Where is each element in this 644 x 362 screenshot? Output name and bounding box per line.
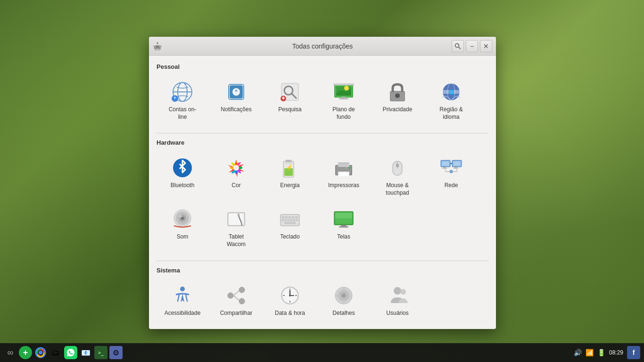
contas-item[interactable]: * Contas on-line — [157, 76, 208, 125]
section-pessoal: Pessoal * Co — [157, 63, 488, 125]
detalhes-icon — [332, 284, 355, 307]
svg-rect-54 — [442, 161, 449, 166]
svg-rect-58 — [453, 161, 461, 166]
plano-fundo-item[interactable]: Plano defundo — [318, 76, 370, 125]
svg-rect-25 — [339, 98, 348, 99]
regiao-label: Região &idioma — [439, 106, 462, 121]
settings-window: Todas configurações − ✕ Pessoal — [149, 37, 496, 329]
contas-label: Contas on-line — [169, 106, 197, 121]
section-title-sistema: Sistema — [157, 267, 488, 274]
compartilhar-item[interactable]: Compartilhar — [210, 280, 262, 322]
svg-text:*: * — [235, 89, 238, 95]
svg-rect-29 — [396, 96, 398, 98]
bluetooth-label: Bluetooth — [171, 182, 195, 189]
notificacoes-item[interactable]: * Notificações — [210, 76, 262, 125]
cor-item[interactable]: Cor — [210, 152, 262, 201]
taskbar-files-icon[interactable]: 🗂 — [49, 346, 62, 359]
cor-icon — [225, 156, 248, 179]
notificacoes-label: Notificações — [221, 106, 251, 114]
taskbar-chrome-icon[interactable] — [34, 346, 47, 359]
search-button[interactable] — [452, 40, 464, 52]
svg-point-71 — [182, 217, 183, 219]
plano-fundo-icon — [332, 81, 355, 103]
svg-rect-60 — [454, 168, 458, 169]
taskbar-facebook-icon[interactable]: f — [627, 346, 640, 359]
svg-rect-38 — [286, 160, 291, 162]
taskbar-whatsapp-icon[interactable] — [64, 346, 77, 359]
taskbar-volume-icon[interactable]: 🔊 — [574, 349, 582, 356]
svg-point-119 — [394, 287, 401, 295]
svg-rect-95 — [335, 213, 352, 218]
section-title-pessoal: Pessoal — [157, 63, 488, 70]
close-button[interactable]: ✕ — [480, 40, 492, 52]
pesquisa-label: Pesquisa — [278, 106, 301, 114]
taskbar-battery-icon[interactable]: 🔋 — [597, 349, 605, 356]
mouse-icon — [386, 156, 409, 179]
acessibilidade-icon — [171, 284, 194, 307]
svg-point-120 — [400, 289, 406, 295]
svg-rect-18 — [283, 97, 284, 99]
sistema-divider — [157, 261, 488, 261]
svg-point-62 — [450, 163, 452, 165]
taskbar-add-icon[interactable]: + — [19, 346, 32, 359]
taskbar-mail-icon[interactable]: 📧 — [79, 346, 92, 359]
svg-rect-49 — [338, 164, 346, 165]
tablet-item[interactable]: TabletWacom — [210, 203, 262, 253]
svg-point-122 — [39, 351, 42, 354]
svg-rect-1 — [153, 46, 162, 47]
svg-rect-82 — [292, 216, 294, 218]
impressoras-icon — [332, 156, 355, 179]
svg-point-46 — [348, 167, 350, 169]
telas-label: Telas — [337, 233, 350, 241]
taskbar-wifi-icon[interactable]: 📶 — [586, 349, 594, 356]
taskbar-infinity-icon[interactable]: ∞ — [4, 346, 17, 359]
som-item[interactable]: Som — [157, 203, 208, 253]
usuarios-icon — [386, 284, 409, 307]
svg-text:*: * — [174, 96, 176, 101]
plano-fundo-label: Plano defundo — [332, 106, 355, 121]
sistema-grid: Acessibilidade Compartilhar — [157, 280, 488, 322]
titlebar-left — [153, 41, 162, 51]
acessibilidade-item[interactable]: Acessibilidade — [157, 280, 208, 322]
svg-rect-77 — [238, 214, 239, 216]
regiao-item[interactable]: 🌐 Região &idioma — [425, 76, 477, 125]
rede-item[interactable]: Rede — [425, 152, 477, 201]
bluetooth-item[interactable]: Bluetooth — [157, 152, 208, 201]
detalhes-item[interactable]: Detalhes — [318, 280, 370, 322]
som-label: Som — [177, 233, 189, 241]
mouse-item[interactable]: Mouse &touchpad — [372, 152, 423, 201]
svg-rect-117 — [336, 295, 339, 296]
regiao-icon: 🌐 — [440, 81, 462, 103]
taskbar: ∞ + 🗂 📧 >_ ⚙ — [0, 343, 644, 362]
svg-point-72 — [179, 215, 182, 218]
contas-icon: * — [171, 81, 194, 103]
teclado-label: Teclado — [280, 233, 299, 241]
tablet-icon — [225, 208, 248, 230]
svg-line-3 — [459, 47, 461, 49]
taskbar-terminal-icon[interactable]: >_ — [94, 346, 107, 359]
usuarios-item[interactable]: Usuários — [372, 280, 423, 322]
svg-rect-86 — [288, 219, 289, 221]
data-hora-item[interactable]: Data & hora — [264, 280, 316, 322]
svg-rect-23 — [333, 83, 354, 85]
teclado-item[interactable]: Teclado — [264, 203, 316, 253]
svg-rect-45 — [339, 173, 348, 176]
som-icon — [171, 208, 194, 230]
energia-item[interactable]: Energia — [264, 152, 316, 201]
hardware-grid: Bluetooth — [157, 152, 488, 253]
svg-rect-56 — [442, 168, 447, 169]
energia-icon — [279, 156, 301, 179]
pesquisa-item[interactable]: Pesquisa — [264, 76, 316, 125]
svg-point-22 — [344, 86, 349, 90]
svg-rect-88 — [293, 219, 295, 221]
telas-icon — [332, 208, 355, 230]
minimize-button[interactable]: − — [466, 40, 478, 52]
privacidade-item[interactable]: Privacidade — [372, 76, 423, 125]
cor-label: Cor — [231, 182, 240, 189]
search-icon — [454, 43, 461, 49]
acessibilidade-label: Acessibilidade — [165, 310, 201, 317]
svg-rect-83 — [295, 216, 298, 218]
telas-item[interactable]: Telas — [318, 203, 370, 253]
taskbar-gear-icon[interactable]: ⚙ — [109, 346, 123, 359]
impressoras-item[interactable]: Impressoras — [318, 152, 370, 201]
